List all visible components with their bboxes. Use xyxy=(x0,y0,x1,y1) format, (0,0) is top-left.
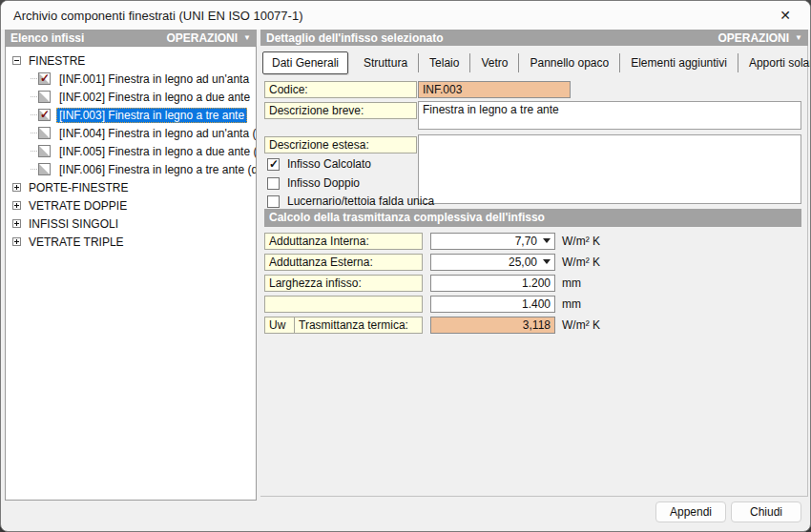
adduttanza-esterna-dropdown[interactable]: 25,00 xyxy=(430,254,555,271)
close-icon[interactable]: ✕ xyxy=(776,7,795,24)
tree-item-checkbox[interactable] xyxy=(38,72,51,85)
tree-panel: FINESTRE [INF.001] Finestra in legno ad … xyxy=(5,46,257,501)
tree-item-checkbox[interactable] xyxy=(38,109,51,121)
tree-item-inf001[interactable]: [INF.001] Finestra in legno ad un'anta xyxy=(6,70,256,88)
left-panel-header: Elenco infissi OPERAZIONI ▼ xyxy=(5,30,257,46)
larghezza-infisso-row: Larghezza infisso: 1.200 mm xyxy=(264,275,801,292)
title-bar: Archivio componenti finestrati (UNI EN I… xyxy=(1,1,810,30)
tab-pannello-opaco[interactable]: Pannello opaco xyxy=(519,53,620,72)
collapse-icon[interactable] xyxy=(12,56,21,65)
adduttanza-esterna-row: Adduttanza Esterna: 25,00 W/m² K xyxy=(264,254,801,271)
tree-node-label: INFISSI SINGOLI xyxy=(26,216,121,232)
tree-node-finestre[interactable]: FINESTRE xyxy=(6,51,256,70)
expand-icon[interactable] xyxy=(12,219,21,228)
adduttanza-esterna-label: Adduttanza Esterna: xyxy=(264,254,423,271)
altezza-infisso-label xyxy=(264,296,423,313)
right-operations-menu[interactable]: OPERAZIONI ▼ xyxy=(717,31,802,45)
codice-field[interactable]: INF.003 xyxy=(418,81,571,98)
tree-node-label: VETRATE TRIPLE xyxy=(26,235,127,250)
chiudi-button[interactable]: Chiudi xyxy=(731,501,801,522)
unit-label: W/m² K xyxy=(562,254,600,271)
tree-item-checkbox[interactable] xyxy=(38,127,51,139)
tab-elementi-aggiuntivi[interactable]: Elementi aggiuntivi xyxy=(620,53,738,72)
chevron-down-icon: ▼ xyxy=(243,33,251,42)
descrizione-estesa-label: Descrizione estesa: xyxy=(264,136,417,153)
trasmittanza-termica-value: 3,118 xyxy=(430,317,555,334)
unit-label: mm xyxy=(562,296,581,313)
tab-telaio[interactable]: Telaio xyxy=(419,53,470,72)
chevron-down-icon xyxy=(543,238,551,243)
altezza-infisso-input[interactable]: 1.400 xyxy=(430,296,555,313)
tree-item-label: [INF.004] Finestra in legno ad un'anta (… xyxy=(56,126,256,141)
lucernario-option[interactable]: Lucernario/tettoia falda unica xyxy=(267,194,434,208)
tree-item-inf006[interactable]: [INF.006] Finestra in legno a tre ante (… xyxy=(6,160,256,178)
infisso-calcolato-option[interactable]: Infisso Calcolato xyxy=(267,157,371,171)
descrizione-estesa-field[interactable] xyxy=(418,134,801,204)
descrizione-breve-field[interactable]: Finestra in legno a tre ante xyxy=(418,101,801,130)
tree-item-label: [INF.002] Finestra in legno a due ante xyxy=(56,90,253,105)
tree-item-label: [INF.005] Finestra in legno a due ante (… xyxy=(56,144,256,159)
expand-icon[interactable] xyxy=(12,183,21,192)
infisso-calcolato-checkbox[interactable] xyxy=(267,158,280,171)
tree-item-inf003[interactable]: [INF.003] Finestra in legno a tre ante xyxy=(6,106,256,124)
chevron-down-icon xyxy=(543,259,551,264)
adduttanza-interna-row: Adduttanza Interna: 7,70 W/m² K xyxy=(264,233,801,250)
uw-symbol-label: Uw xyxy=(264,317,294,334)
tab-struttura[interactable]: Struttura xyxy=(353,53,419,72)
tab-dati-generali[interactable]: Dati Generali xyxy=(262,51,348,74)
transmittance-rows: Adduttanza Interna: 7,70 W/m² K Adduttan… xyxy=(264,233,801,338)
tree-item-inf004[interactable]: [INF.004] Finestra in legno ad un'anta (… xyxy=(6,124,256,142)
unit-label: mm xyxy=(562,275,581,292)
left-operations-menu[interactable]: OPERAZIONI ▼ xyxy=(166,31,251,45)
expand-icon[interactable] xyxy=(12,201,21,210)
infisso-doppio-option[interactable]: Infisso Doppio xyxy=(267,176,360,190)
dialog-window: Archivio componenti finestrati (UNI EN I… xyxy=(0,0,811,532)
expand-icon[interactable] xyxy=(12,237,21,246)
right-panel-header: Dettaglio dell'infisso selezionato OPERA… xyxy=(260,30,808,46)
descrizione-breve-label: Descrizione breve: xyxy=(264,102,417,119)
transmittance-section-header: Calcolo della trasmittanza complessiva d… xyxy=(264,209,801,227)
adduttanza-interna-value: 7,70 xyxy=(515,235,537,248)
tree-node-label: VETRATE DOPPIE xyxy=(26,198,130,214)
trasmittanza-termica-label: Trasmittanza termica: xyxy=(294,317,423,334)
tree-item-checkbox[interactable] xyxy=(38,91,51,103)
tree-node-infissi-singoli[interactable]: INFISSI SINGOLI xyxy=(6,215,256,233)
unit-label: W/m² K xyxy=(562,317,600,334)
left-operations-label: OPERAZIONI xyxy=(166,31,238,45)
tree-item-label: [INF.006] Finestra in legno a tre ante (… xyxy=(56,162,256,177)
adduttanza-interna-dropdown[interactable]: 7,70 xyxy=(430,233,555,250)
tree-node-porte-finestre[interactable]: PORTE-FINESTRE xyxy=(6,178,256,196)
tree-item-label: [INF.003] Finestra in legno a tre ante xyxy=(56,108,247,123)
checkbox-label: Lucernario/tettoia falda unica xyxy=(287,194,434,208)
tree-node-label: PORTE-FINESTRE xyxy=(26,180,131,195)
tree-node-vetrate-doppie[interactable]: VETRATE DOPPIE xyxy=(6,196,256,215)
detail-panel: Dati Generali Struttura Telaio Vetro Pan… xyxy=(260,46,808,497)
left-panel-title: Elenco infissi xyxy=(10,31,84,45)
adduttanza-esterna-value: 25,00 xyxy=(509,256,537,269)
appendi-button[interactable]: Appendi xyxy=(655,501,726,522)
tree-item-checkbox[interactable] xyxy=(38,163,51,175)
tree-item-inf002[interactable]: [INF.002] Finestra in legno a due ante xyxy=(6,88,256,106)
trasmittanza-termica-row: Uw Trasmittanza termica: 3,118 W/m² K xyxy=(264,317,801,334)
codice-label: Codice: xyxy=(264,81,417,98)
lucernario-checkbox[interactable] xyxy=(267,195,280,208)
larghezza-infisso-label: Larghezza infisso: xyxy=(264,275,423,292)
checkbox-label: Infisso Doppio xyxy=(287,176,360,190)
larghezza-infisso-input[interactable]: 1.200 xyxy=(430,275,555,292)
window-title: Archivio componenti finestrati (UNI EN I… xyxy=(13,9,302,23)
unit-label: W/m² K xyxy=(562,233,600,250)
adduttanza-interna-label: Adduttanza Interna: xyxy=(264,233,423,250)
tab-vetro[interactable]: Vetro xyxy=(470,53,519,72)
right-operations-label: OPERAZIONI xyxy=(717,31,789,45)
tree-item-checkbox[interactable] xyxy=(38,145,51,157)
tab-apporti-solari[interactable]: Apporti solari xyxy=(738,53,811,72)
tab-strip: Dati Generali Struttura Telaio Vetro Pan… xyxy=(262,51,803,75)
right-panel-title: Dettaglio dell'infisso selezionato xyxy=(266,31,444,45)
infisso-doppio-checkbox[interactable] xyxy=(267,177,280,190)
tree-item-inf005[interactable]: [INF.005] Finestra in legno a due ante (… xyxy=(6,142,256,160)
altezza-infisso-row: 1.400 mm xyxy=(264,296,801,313)
tree-node-label: FINESTRE xyxy=(26,53,88,69)
checkbox-label: Infisso Calcolato xyxy=(287,157,371,171)
chevron-down-icon: ▼ xyxy=(795,33,802,42)
tree-node-vetrate-triple[interactable]: VETRATE TRIPLE xyxy=(6,233,256,251)
